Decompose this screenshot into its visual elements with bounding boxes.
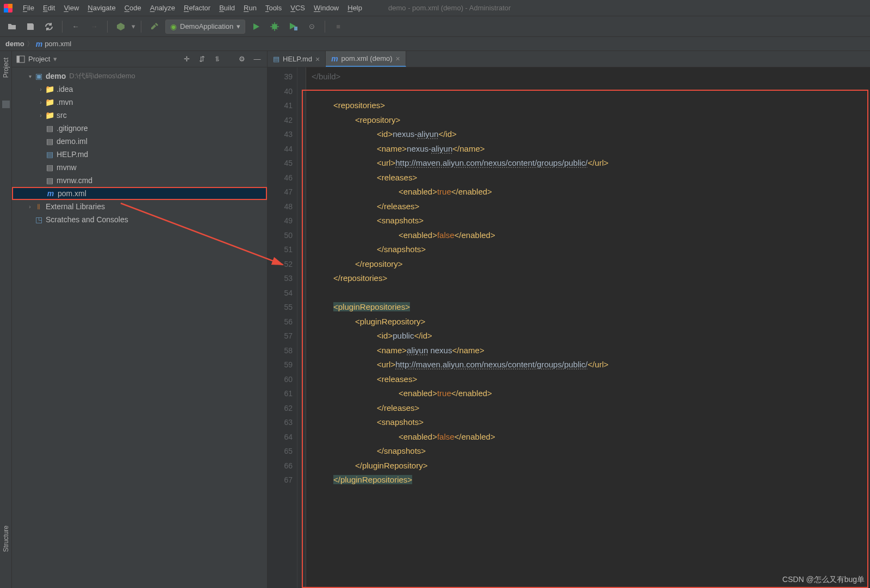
menu-help[interactable]: Help (343, 4, 366, 12)
project-panel-header: Project ▾ ✛ ⇵ ⥮ ⚙ — (12, 51, 267, 67)
separator (325, 21, 325, 33)
menu-navigate[interactable]: Navigate (83, 4, 120, 12)
tool-tab-icon[interactable] (2, 101, 10, 108)
forward-icon[interactable]: → (86, 19, 102, 34)
editor-tab[interactable]: ▤HELP.md× (268, 51, 326, 67)
menu-file[interactable]: File (18, 4, 39, 12)
svg-rect-2 (4, 8, 8, 12)
debug-icon[interactable] (267, 19, 282, 34)
run-icon[interactable] (248, 19, 264, 34)
save-all-icon[interactable] (23, 19, 38, 34)
tree-node-External Libraries[interactable]: ›⫴External Libraries (12, 200, 267, 213)
separator (107, 21, 108, 33)
open-file-icon[interactable] (4, 19, 20, 34)
svg-rect-6 (17, 56, 20, 62)
coverage-icon[interactable] (285, 19, 301, 34)
menu-code[interactable]: Code (120, 4, 146, 12)
menu-build[interactable]: Build (215, 4, 239, 12)
collapse-all-icon[interactable]: ⥮ (212, 54, 222, 65)
menu-refactor[interactable]: Refactor (179, 4, 215, 12)
svg-rect-1 (8, 4, 13, 8)
editor-tabs: ▤HELP.md×mpom.xml (demo)× (268, 51, 870, 67)
menu-edit[interactable]: Edit (39, 4, 59, 12)
hammer-icon[interactable] (147, 19, 162, 34)
tree-node-mvnw.cmd[interactable]: ▤mvnw.cmd (12, 174, 267, 187)
editor-tab[interactable]: mpom.xml (demo)× (326, 51, 406, 67)
tree-node-HELP.md[interactable]: ▤HELP.md (12, 148, 267, 161)
spring-icon: ◉ (170, 22, 177, 31)
tree-node-demo.iml[interactable]: ▤demo.iml (12, 135, 267, 148)
chevron-right-icon: 〉 (27, 39, 34, 49)
close-icon[interactable]: × (315, 55, 320, 64)
line-gutter: 3940414243444546474849505152535455565758… (268, 67, 297, 588)
sync-icon[interactable] (41, 19, 57, 34)
app-logo-icon (3, 3, 13, 13)
separator (141, 21, 141, 33)
expand-all-icon[interactable]: ⇵ (196, 54, 207, 65)
tool-window-stripe-left: Project Structure (0, 51, 12, 588)
window-title: demo - pom.xml (demo) - Administrator (388, 4, 511, 12)
chevron-down-icon: ▾ (237, 22, 240, 30)
back-icon[interactable]: ← (68, 19, 83, 34)
maven-icon: m (36, 40, 42, 48)
menubar: FileEditViewNavigateCodeAnalyzeRefactorB… (0, 0, 870, 16)
hide-icon[interactable]: — (252, 54, 263, 65)
project-view-selector[interactable]: Project ▾ (16, 55, 177, 63)
menu-view[interactable]: View (59, 4, 83, 12)
menu-vcs[interactable]: VCS (286, 4, 309, 12)
tree-node-<b>demo</b>[interactable]: ▾▣demoD:\代码\demos\demo (12, 70, 267, 83)
toolbar: ← → ▾ ◉ DemoApplication ▾ ⊙ ■ (0, 16, 870, 37)
stop-icon[interactable]: ■ (331, 19, 346, 34)
project-tree[interactable]: ▾▣demoD:\代码\demos\demo›📁.idea›📁.mvn›📁src… (12, 67, 267, 228)
tree-node-.idea[interactable]: ›📁.idea (12, 83, 267, 96)
menu-window[interactable]: Window (309, 4, 343, 12)
tree-node-pom.xml[interactable]: mpom.xml (12, 187, 267, 200)
breadcrumb-root[interactable]: demo (5, 40, 24, 48)
breadcrumb-file[interactable]: pom.xml (45, 40, 71, 48)
tree-node-mvnw[interactable]: ▤mvnw (12, 161, 267, 174)
project-tool-window: Project ▾ ✛ ⇵ ⥮ ⚙ — ▾▣demoD:\代码\demos\de… (12, 51, 268, 588)
profile-icon[interactable]: ⊙ (304, 19, 319, 34)
fold-strip[interactable] (297, 67, 306, 588)
code-body[interactable]: </build> <repositories><repository><id>n… (306, 67, 870, 588)
tree-node-.gitignore[interactable]: ▤.gitignore (12, 122, 267, 135)
separator (62, 21, 63, 33)
close-icon[interactable]: × (396, 54, 400, 63)
chevron-down-icon: ▾ (53, 55, 57, 63)
run-config-label: DemoApplication (180, 22, 233, 30)
menu-tools[interactable]: Tools (261, 4, 286, 12)
tool-tab-structure[interactable]: Structure (1, 522, 11, 555)
code-editor[interactable]: 3940414243444546474849505152535455565758… (268, 67, 870, 588)
tree-node-src[interactable]: ›📁src (12, 109, 267, 122)
build-icon[interactable] (113, 19, 128, 34)
breadcrumb: demo 〉 m pom.xml (0, 37, 870, 51)
editor-area: ▤HELP.md×mpom.xml (demo)× 39404142434445… (268, 51, 870, 588)
tree-node-.mvn[interactable]: ›📁.mvn (12, 96, 267, 109)
watermark: CSDN @怎么又有bug单 (782, 575, 865, 585)
locate-icon[interactable]: ✛ (181, 54, 192, 65)
tool-tab-project[interactable]: Project (1, 54, 11, 81)
gear-icon[interactable]: ⚙ (237, 54, 247, 65)
tree-node-Scratches and Consoles[interactable]: ◳Scratches and Consoles (12, 213, 267, 226)
run-config-selector[interactable]: ◉ DemoApplication ▾ (165, 20, 245, 34)
menu-analyze[interactable]: Analyze (146, 4, 179, 12)
menu-run[interactable]: Run (239, 4, 261, 12)
svg-rect-4 (294, 27, 297, 30)
main-area: Project Structure Project ▾ ✛ ⇵ ⥮ ⚙ — ▾▣… (0, 51, 870, 588)
